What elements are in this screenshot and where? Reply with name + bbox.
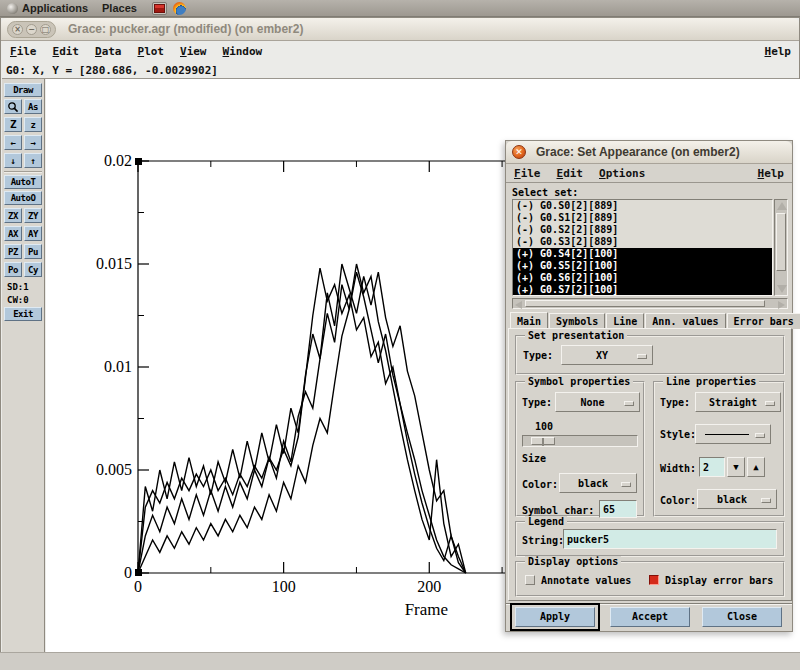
scroll-right-icon[interactable]	[778, 301, 785, 309]
close-button[interactable]: Close	[702, 607, 782, 627]
y-tick-label: 0.02	[104, 152, 132, 169]
zoom-out-button[interactable]: z	[24, 117, 42, 132]
zoom-in-button[interactable]: Z	[4, 117, 22, 132]
scroll-up-icon[interactable]	[777, 202, 787, 210]
symbol-size-slider[interactable]	[522, 435, 638, 447]
ay-button[interactable]: AY	[24, 226, 42, 241]
dialog-titlebar[interactable]: ✕ Grace: Set Appearance (on ember2)	[506, 141, 792, 164]
width-increment-button[interactable]: ▲	[747, 457, 765, 477]
horizontal-scroll-thumb[interactable]	[525, 300, 765, 307]
plot-frame	[138, 161, 505, 573]
sidebar-separator	[4, 171, 42, 172]
pan-up-button[interactable]: ↑	[24, 153, 42, 168]
tab-line[interactable]: Line	[606, 313, 644, 329]
symbol-char-label: Symbol char:	[522, 505, 594, 516]
set-list[interactable]: (-) G0.S0[2][889](-) G0.S1[2][889](-) G0…	[512, 199, 773, 296]
menu-plot[interactable]: Plot	[130, 43, 173, 60]
menu-window[interactable]: Window	[215, 43, 271, 60]
main-window-titlebar[interactable]: × − □ Grace: pucker.agr (modified) (on e…	[1, 18, 799, 41]
gnome-logo-icon	[7, 3, 18, 14]
menu-data[interactable]: Data	[87, 43, 130, 60]
set-list-item[interactable]: (+) G0.S6[2][100]	[513, 272, 772, 284]
set-list-item[interactable]: (-) G0.S0[2][889]	[513, 200, 772, 212]
tab-symbols[interactable]: Symbols	[549, 313, 605, 329]
menu-file[interactable]: File	[2, 43, 45, 60]
maximize-icon[interactable]: □	[40, 24, 51, 35]
dropdown-dash-icon	[621, 482, 631, 487]
accept-button[interactable]: Accept	[610, 607, 690, 627]
line-type-value: Straight	[709, 397, 757, 408]
symbol-type-dropdown[interactable]: None	[555, 392, 640, 412]
set-list-vertical-scrollbar[interactable]	[774, 199, 788, 296]
legend-string-input[interactable]	[563, 529, 777, 549]
pan-down-button[interactable]: ↓	[4, 153, 22, 168]
set-list-item[interactable]: (+) G0.S7[2][100]	[513, 284, 772, 296]
line-style-dropdown[interactable]	[695, 424, 771, 444]
zoom-button[interactable]	[4, 99, 22, 114]
vertical-scroll-thumb[interactable]	[776, 213, 786, 271]
pan-right-button[interactable]: →	[24, 135, 42, 150]
po-button[interactable]: Po	[4, 262, 22, 277]
set-list-horizontal-scrollbar[interactable]	[512, 298, 788, 309]
line-width-input[interactable]	[699, 457, 725, 477]
pu-button[interactable]: Pu	[24, 244, 42, 259]
dialog-close-icon[interactable]: ✕	[512, 145, 526, 159]
tab-ann-values[interactable]: Ann. values	[645, 313, 725, 329]
autot-button[interactable]: AutoT	[4, 175, 42, 189]
menu-edit[interactable]: Edit	[45, 43, 88, 60]
close-icon[interactable]: ×	[12, 24, 23, 35]
line-type-dropdown[interactable]: Straight	[695, 392, 781, 412]
set-list-item[interactable]: (-) G0.S1[2][889]	[513, 212, 772, 224]
firefox-icon[interactable]	[173, 2, 186, 15]
symbol-properties-frame: Symbol properties Type: None 100 Size Co…	[515, 381, 645, 517]
minimize-icon[interactable]: −	[26, 24, 37, 35]
ax-button[interactable]: AX	[4, 226, 22, 241]
exit-button[interactable]: Exit	[4, 307, 42, 321]
pz-button[interactable]: PZ	[4, 244, 22, 259]
symbol-char-input[interactable]	[599, 500, 637, 518]
annotate-values-checkbox[interactable]	[525, 575, 535, 585]
autoo-button[interactable]: AutoO	[4, 191, 42, 205]
display-error-bars-checkbox[interactable]	[649, 575, 659, 585]
display-options-frame: Display options Annotate values Display …	[515, 561, 785, 597]
set-type-dropdown[interactable]: XY	[561, 345, 653, 365]
places-menu[interactable]: Places	[95, 0, 144, 16]
symbol-color-dropdown[interactable]: black	[559, 473, 637, 493]
dialog-menu-help[interactable]: Help	[750, 166, 793, 181]
cy-button[interactable]: Cy	[24, 262, 42, 277]
x-tick-label: 0	[134, 578, 142, 595]
dropdown-dash-icon	[624, 401, 634, 406]
scroll-left-icon[interactable]	[515, 301, 522, 309]
width-decrement-button[interactable]: ▼	[727, 457, 745, 477]
zy-button[interactable]: ZY	[24, 208, 42, 223]
menu-view[interactable]: View	[172, 43, 215, 60]
dialog-menu-file[interactable]: File	[506, 166, 549, 181]
set-list-item[interactable]: (-) G0.S2[2][889]	[513, 224, 772, 236]
symbol-properties-legend: Symbol properties	[525, 376, 633, 387]
red-grid-app-icon[interactable]	[152, 2, 167, 15]
scroll-down-icon[interactable]	[777, 285, 787, 293]
dialog-menu-edit[interactable]: Edit	[549, 166, 592, 181]
set-list-item[interactable]: (+) G0.S4[2][100]	[513, 248, 772, 260]
apply-button[interactable]: Apply	[515, 607, 595, 627]
dialog-menu-options[interactable]: Options	[591, 166, 653, 181]
main-tab-panel: Set presentation Type: XY Symbol propert…	[508, 328, 792, 601]
tab-main[interactable]: Main	[510, 312, 548, 329]
data-series-G0.S7	[138, 264, 466, 573]
applications-menu[interactable]: Applications	[0, 0, 95, 16]
set-list-item[interactable]: (+) G0.S5[2][100]	[513, 260, 772, 272]
slider-thumb[interactable]	[531, 437, 555, 445]
autoscale-button[interactable]: As	[24, 99, 42, 114]
y-tick-label: 0	[124, 564, 132, 581]
set-list-item[interactable]: (-) G0.S3[2][889]	[513, 236, 772, 248]
draw-button[interactable]: Draw	[4, 83, 42, 97]
menu-help[interactable]: Help	[757, 43, 800, 60]
line-color-value: black	[717, 494, 747, 505]
line-color-dropdown[interactable]: black	[697, 489, 777, 509]
pan-left-button[interactable]: ←	[4, 135, 22, 150]
graph-corner-marker[interactable]	[135, 158, 142, 165]
tab-error-bars[interactable]: Error bars	[727, 313, 800, 329]
main-menubar: File Edit Data Plot View Window Help	[2, 42, 799, 61]
triangle-up-icon: ▲	[753, 462, 758, 472]
zx-button[interactable]: ZX	[4, 208, 22, 223]
